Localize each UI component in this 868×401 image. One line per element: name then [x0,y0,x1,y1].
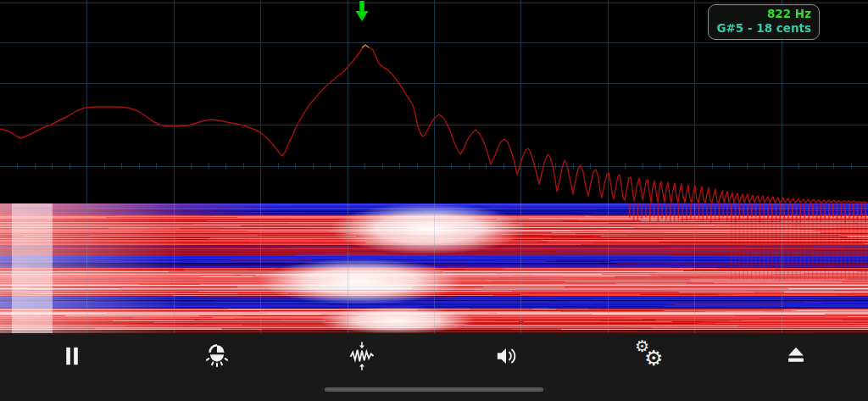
home-indicator-area [0,379,868,401]
peak-marker-arrow-icon [354,1,370,23]
app-screen: 822 Hz G#5 - 18 cents [0,0,868,401]
note-value: G#5 - 18 cents [716,21,811,36]
home-indicator[interactable] [325,387,543,392]
eject-button[interactable] [723,333,868,379]
fit-waveform-button[interactable] [289,333,434,379]
frequency-value: 822 Hz [716,7,811,21]
waveform-fit-icon [347,341,377,371]
brightness-button[interactable] [145,333,290,379]
settings-button[interactable]: ⚙ ⚙ [579,333,724,379]
gears-icon: ⚙ ⚙ [632,337,670,375]
spectrogram-waterfall[interactable] [0,203,868,333]
speaker-icon [492,342,520,370]
pause-button[interactable] [0,333,145,379]
eject-icon [782,342,810,370]
gear-big-icon: ⚙ [644,346,663,370]
brightness-icon [203,342,231,370]
frequency-readout: 822 Hz G#5 - 18 cents [708,4,820,40]
volume-button[interactable] [434,333,579,379]
toolbar: ⚙ ⚙ [0,333,868,379]
pause-icon [58,342,86,370]
